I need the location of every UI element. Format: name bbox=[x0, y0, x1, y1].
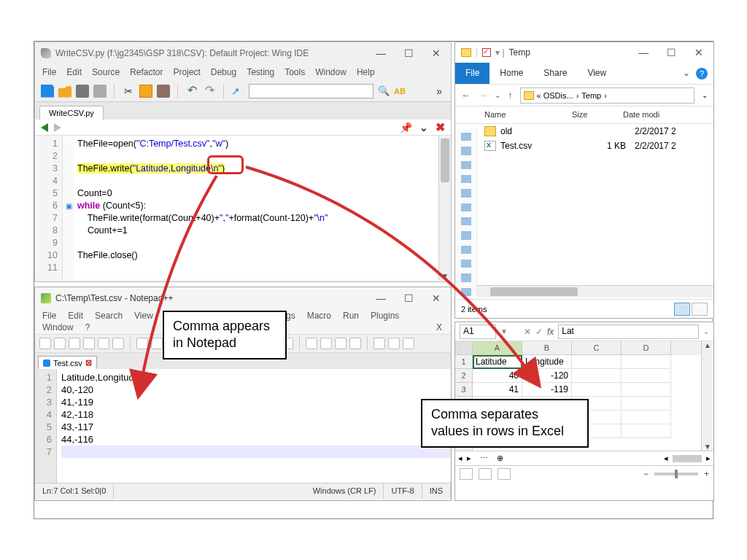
highlight-icon[interactable]: AB bbox=[394, 87, 406, 96]
paste-icon[interactable] bbox=[157, 85, 170, 98]
col-size[interactable]: Size bbox=[572, 106, 623, 123]
npp-body[interactable]: Latitude,Longitude40,-12041,-11942,-1184… bbox=[57, 369, 451, 483]
zoom-slider[interactable] bbox=[654, 472, 698, 475]
vertical-scrollbar[interactable]: ▲▼ bbox=[701, 341, 713, 451]
column-headers[interactable]: Name Size Date modi bbox=[455, 106, 713, 124]
close-button[interactable]: ✕ bbox=[690, 47, 708, 58]
menu-refactor[interactable]: Refactor bbox=[130, 67, 163, 77]
goto-icon[interactable]: ↗ bbox=[231, 85, 244, 98]
menu-window[interactable]: Window bbox=[315, 67, 347, 77]
ribbon-share[interactable]: Share bbox=[533, 63, 577, 84]
minimize-button[interactable]: — bbox=[635, 47, 652, 58]
formula-expand-icon[interactable]: ⌄ bbox=[703, 327, 709, 335]
col-name[interactable]: Name bbox=[484, 106, 572, 123]
file-tab[interactable]: Test.csv ⊠ bbox=[38, 356, 97, 369]
details-view-icon[interactable] bbox=[674, 303, 690, 316]
enter-icon[interactable]: ✓ bbox=[535, 327, 543, 337]
menu-view[interactable]: View bbox=[134, 311, 153, 321]
menu-help[interactable]: ? bbox=[85, 322, 90, 332]
pagebreak-view-icon[interactable] bbox=[498, 468, 511, 480]
open-icon[interactable] bbox=[54, 338, 66, 349]
menu-project[interactable]: Project bbox=[173, 67, 200, 77]
address-bar[interactable]: « OSDis... › Temp › bbox=[520, 88, 695, 104]
close-button[interactable]: ✕ bbox=[427, 47, 445, 59]
save-all-icon[interactable] bbox=[93, 85, 107, 98]
help-icon[interactable]: ? bbox=[696, 68, 708, 79]
print-icon[interactable] bbox=[112, 338, 124, 349]
list-item[interactable]: old 2/2/2017 2 bbox=[455, 124, 713, 139]
menu-run[interactable]: Run bbox=[343, 311, 359, 321]
file-tab[interactable]: WriteCSV.py bbox=[39, 106, 104, 120]
play-icon[interactable] bbox=[388, 338, 400, 349]
search-input[interactable] bbox=[249, 84, 374, 98]
maximize-button[interactable]: ☐ bbox=[400, 292, 417, 304]
new-sheet-icon[interactable]: ⊕ bbox=[497, 454, 503, 463]
tab-close-icon[interactable]: ⊠ bbox=[85, 358, 92, 368]
open-file-icon[interactable] bbox=[58, 85, 71, 98]
minimize-button[interactable]: — bbox=[372, 292, 390, 304]
sheet-tab[interactable]: ⋯ bbox=[476, 454, 492, 463]
list-item[interactable]: Test.csv 1 KB 2/2/2017 2 bbox=[455, 139, 713, 153]
sheet-nav-left-icon[interactable]: ◂ bbox=[458, 454, 462, 463]
menu-file[interactable]: File bbox=[42, 67, 56, 77]
zoom-in-icon[interactable]: + bbox=[704, 469, 709, 479]
file-list[interactable]: old 2/2/2017 2 Test.csv 1 KB 2/2/2017 2 bbox=[455, 124, 713, 153]
code-body[interactable]: TheFile=open("C:Temp/Test.csv","w") TheF… bbox=[74, 136, 438, 280]
hscroll-right-icon[interactable]: ▸ bbox=[706, 454, 711, 463]
record-icon[interactable] bbox=[374, 338, 385, 349]
normal-view-icon[interactable] bbox=[460, 468, 473, 480]
crumb-1[interactable]: « OSDis... bbox=[537, 91, 573, 100]
icons-view-icon[interactable] bbox=[692, 303, 708, 316]
nav-dropdown-icon[interactable]: ⌄ bbox=[702, 91, 708, 99]
toolbar-overflow-icon[interactable]: » bbox=[436, 85, 445, 97]
formula-input[interactable]: Lat bbox=[558, 324, 699, 339]
wrap-icon[interactable] bbox=[306, 338, 317, 349]
name-box[interactable]: A1 bbox=[460, 324, 496, 339]
menu-close-icon[interactable]: X bbox=[436, 322, 442, 332]
minimize-button[interactable]: — bbox=[372, 47, 390, 59]
sheet-nav-right-icon[interactable]: ▸ bbox=[467, 454, 471, 463]
nav-recent-icon[interactable]: ⌄ bbox=[495, 91, 500, 99]
menu-edit[interactable]: Edit bbox=[66, 67, 82, 77]
close-tab-icon[interactable]: ✖ bbox=[436, 120, 445, 134]
indent-icon[interactable] bbox=[335, 338, 347, 349]
cell-a1[interactable]: Latitude bbox=[473, 355, 522, 369]
save-icon[interactable] bbox=[69, 338, 80, 349]
menu-testing[interactable]: Testing bbox=[247, 67, 274, 77]
menu-debug[interactable]: Debug bbox=[211, 67, 236, 77]
nav-back-icon[interactable]: ← bbox=[461, 90, 471, 101]
menu-plugins[interactable]: Plugins bbox=[371, 311, 399, 321]
ribbon-file[interactable]: File bbox=[455, 63, 489, 84]
ribbon-home[interactable]: Home bbox=[489, 63, 533, 84]
cancel-icon[interactable]: ✕ bbox=[524, 327, 531, 337]
horizontal-scrollbar[interactable] bbox=[477, 285, 713, 298]
stop-icon[interactable] bbox=[403, 338, 414, 349]
run-back-icon[interactable] bbox=[41, 123, 48, 132]
new-file-icon[interactable] bbox=[41, 85, 54, 98]
menu-tools[interactable]: Tools bbox=[285, 67, 305, 77]
menu-search[interactable]: Search bbox=[95, 311, 123, 321]
col-date[interactable]: Date modi bbox=[623, 106, 713, 123]
menu-source[interactable]: Source bbox=[92, 67, 120, 77]
namebox-dropdown-icon[interactable]: ▼ bbox=[500, 327, 508, 335]
maximize-button[interactable]: ☐ bbox=[662, 47, 680, 58]
copy-icon[interactable] bbox=[139, 85, 152, 98]
menu-window[interactable]: Window bbox=[42, 322, 74, 332]
close-button[interactable]: ✕ bbox=[427, 292, 445, 304]
run-forward-icon[interactable] bbox=[54, 123, 61, 132]
nav-forward-icon[interactable]: → bbox=[478, 90, 487, 101]
zoom-out-icon[interactable]: − bbox=[643, 469, 649, 479]
folder-icon[interactable] bbox=[349, 338, 361, 349]
new-icon[interactable] bbox=[39, 338, 51, 349]
ribbon-view[interactable]: View bbox=[577, 63, 616, 84]
chevron-down-icon[interactable]: ⌄ bbox=[419, 122, 428, 133]
menu-help[interactable]: Help bbox=[357, 67, 375, 77]
pin-icon[interactable]: 📌 bbox=[400, 122, 412, 133]
hscroll-left-icon[interactable]: ◂ bbox=[664, 454, 668, 463]
maximize-button[interactable]: ☐ bbox=[400, 47, 417, 59]
nav-up-icon[interactable]: ↑ bbox=[508, 90, 513, 101]
cut-icon[interactable]: ✂ bbox=[122, 85, 135, 98]
chars-icon[interactable] bbox=[320, 338, 332, 349]
search-icon[interactable]: 🔍 bbox=[378, 85, 390, 96]
menu-edit[interactable]: Edit bbox=[68, 311, 83, 321]
